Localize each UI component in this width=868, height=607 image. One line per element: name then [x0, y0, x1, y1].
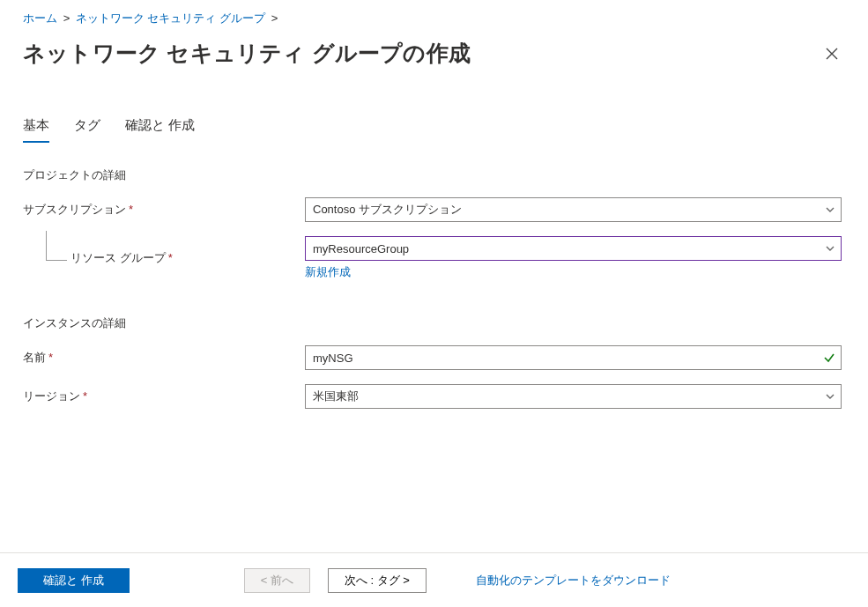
create-new-link[interactable]: 新規作成 — [305, 264, 351, 280]
tab-review-create[interactable]: 確認と 作成 — [125, 112, 195, 143]
required-marker: * — [83, 389, 87, 403]
breadcrumb-sep-2: > — [271, 11, 278, 25]
tab-basic[interactable]: 基本 — [23, 112, 49, 143]
chevron-down-icon — [825, 391, 835, 402]
download-template-link[interactable]: 自動化のテンプレートをダウンロード — [476, 573, 671, 588]
breadcrumb-home[interactable]: ホーム — [23, 11, 57, 25]
next-button[interactable]: 次へ : タグ > — [328, 568, 427, 593]
close-icon — [826, 48, 838, 60]
resource-group-select[interactable]: myResourceGroup — [305, 236, 842, 261]
tabs: 基本 タグ 確認と 作成 — [0, 112, 868, 143]
subscription-value: Contoso サブスクリプション — [313, 202, 462, 218]
label-subscription: サブスクリプション* — [23, 202, 305, 218]
label-region: リージョン* — [23, 389, 305, 404]
review-create-button[interactable]: 確認と 作成 — [18, 568, 130, 593]
required-marker: * — [48, 351, 53, 364]
section-project-details: プロジェクトの詳細 — [23, 167, 842, 183]
breadcrumb-sep: > — [63, 11, 70, 25]
footer: 確認と 作成 < 前へ 次へ : タグ > 自動化のテンプレートをダウンロード — [0, 552, 868, 607]
indent-line — [46, 231, 67, 261]
row-region: リージョン* 米国東部 — [23, 384, 842, 409]
name-input[interactable]: myNSG — [305, 345, 842, 370]
region-select[interactable]: 米国東部 — [305, 384, 842, 409]
page-title: ネットワーク セキュリティ グループの作成 — [23, 39, 471, 68]
row-name: 名前* myNSG — [23, 345, 842, 370]
chevron-down-icon — [825, 204, 835, 215]
row-subscription: サブスクリプション* Contoso サブスクリプション — [23, 197, 842, 222]
section-instance-details: インスタンスの詳細 — [23, 315, 842, 331]
previous-button[interactable]: < 前へ — [244, 568, 310, 593]
required-marker: * — [129, 203, 133, 216]
label-resource-group: リソース グループ* — [23, 250, 305, 266]
subscription-select[interactable]: Contoso サブスクリプション — [305, 197, 842, 222]
close-button[interactable] — [822, 41, 842, 66]
main-form: プロジェクトの詳細 サブスクリプション* Contoso サブスクリプション リ… — [0, 143, 868, 425]
check-icon — [823, 352, 835, 364]
label-name: 名前* — [23, 350, 305, 366]
resource-group-value: myResourceGroup — [313, 242, 409, 255]
region-value: 米国東部 — [313, 389, 359, 404]
row-resource-group: リソース グループ* myResourceGroup 新規作成 — [23, 236, 842, 280]
chevron-down-icon — [825, 243, 835, 254]
required-marker: * — [168, 251, 173, 264]
header: ネットワーク セキュリティ グループの作成 — [0, 30, 868, 77]
tab-tags[interactable]: タグ — [74, 112, 100, 143]
breadcrumb-nsg[interactable]: ネットワーク セキュリティ グループ — [76, 11, 265, 25]
name-value: myNSG — [313, 352, 353, 365]
breadcrumb: ホーム > ネットワーク セキュリティ グループ > — [0, 0, 868, 30]
